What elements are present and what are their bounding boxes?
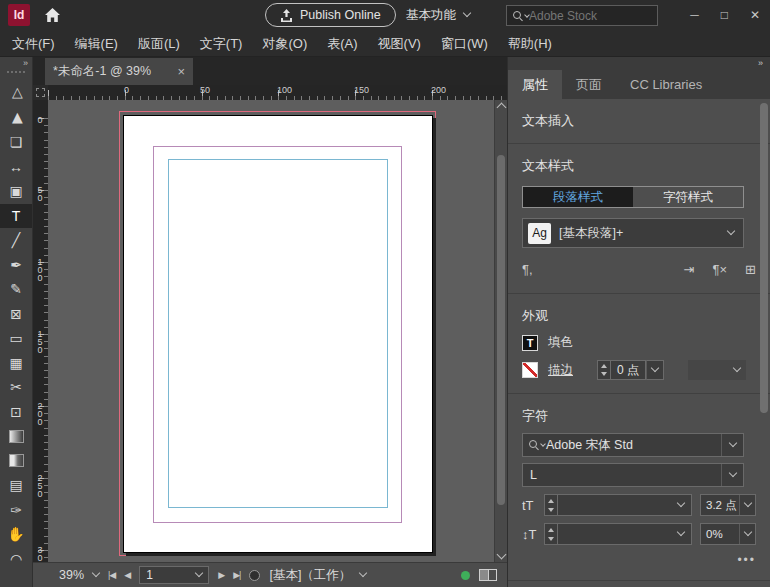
scale-dropdown[interactable] bbox=[558, 523, 692, 545]
font-family-dropdown[interactable]: Adobe 宋体 Std bbox=[522, 433, 744, 457]
pencil-tool[interactable]: ✎ bbox=[0, 277, 32, 302]
vertical-scale-icon: ↕T bbox=[522, 527, 544, 542]
publish-online-button[interactable]: Publish Online bbox=[265, 3, 396, 27]
adobe-stock-search[interactable] bbox=[506, 5, 658, 26]
scroll-down-icon[interactable] bbox=[497, 550, 507, 560]
stroke-type-dropdown[interactable] bbox=[688, 360, 746, 380]
type-tool[interactable]: T bbox=[0, 204, 32, 229]
line-tool[interactable]: ╱ bbox=[0, 228, 32, 253]
rectangle-tool[interactable]: ▭ bbox=[0, 326, 32, 351]
menu-layout[interactable]: 版面(L) bbox=[128, 30, 190, 57]
workspace-switcher[interactable]: 基本功能 bbox=[406, 4, 470, 26]
first-page-button[interactable]: |◀ bbox=[108, 570, 115, 580]
stroke-weight-value[interactable]: 0 点 bbox=[611, 360, 646, 380]
free-transform-tool[interactable]: ⊡ bbox=[0, 400, 32, 425]
note-tool[interactable]: ▤ bbox=[0, 473, 32, 498]
page-number-field[interactable]: 1 bbox=[139, 566, 209, 584]
pen-tool[interactable]: ✒ bbox=[0, 253, 32, 278]
gradient-feather-tool[interactable] bbox=[0, 449, 32, 474]
preflight-profile[interactable]: [基本]（工作） bbox=[269, 567, 351, 584]
indesign-logo-icon: Id bbox=[8, 4, 30, 26]
eyedropper-tool[interactable]: ✑ bbox=[0, 498, 32, 523]
tab-character-styles[interactable]: 字符样式 bbox=[633, 187, 743, 207]
horizontal-ruler[interactable]: 0 50 100 150 200 bbox=[48, 85, 507, 100]
tools-grip[interactable] bbox=[7, 71, 25, 77]
font-size-stepper[interactable] bbox=[544, 494, 558, 516]
tab-cc-libraries[interactable]: CC Libraries bbox=[616, 70, 716, 99]
new-style-icon[interactable]: ⊞ bbox=[745, 262, 756, 277]
fill-row: T 填色 bbox=[522, 334, 756, 351]
menu-file[interactable]: 文件(F) bbox=[2, 30, 65, 57]
menu-window[interactable]: 窗口(W) bbox=[431, 30, 498, 57]
menu-table[interactable]: 表(A) bbox=[317, 30, 367, 57]
font-style-value: L bbox=[530, 468, 721, 482]
search-icon bbox=[513, 10, 525, 22]
canvas-vertical-scrollbar[interactable] bbox=[494, 100, 507, 562]
rectangle-frame-tool[interactable]: ⊠ bbox=[0, 302, 32, 327]
page-tool[interactable]: ❏ bbox=[0, 130, 32, 155]
minimize-button[interactable]: ─ bbox=[690, 8, 699, 22]
font-style-dropdown[interactable]: L bbox=[522, 463, 744, 487]
last-page-button[interactable]: ▶| bbox=[233, 570, 240, 580]
text-style-title: 文本样式 bbox=[522, 157, 756, 175]
content-collector-tool[interactable]: ▣ bbox=[0, 179, 32, 204]
goto-style-icon[interactable]: ⇥ bbox=[684, 262, 695, 277]
gradient-swatch-tool[interactable] bbox=[0, 424, 32, 449]
zoom-chevron-icon[interactable] bbox=[92, 569, 100, 577]
search-input[interactable] bbox=[529, 9, 629, 23]
fill-label[interactable]: 填色 bbox=[548, 334, 573, 351]
scissors-tool[interactable]: ✂ bbox=[0, 375, 32, 400]
tools-expand-icon[interactable]: » bbox=[0, 57, 32, 71]
paragraph-style-dropdown[interactable]: Ag [基本段落]+ bbox=[522, 218, 744, 248]
document-tab[interactable]: *未命名-1 @ 39% × bbox=[45, 58, 193, 85]
scrollbar-thumb[interactable] bbox=[497, 155, 505, 505]
home-icon[interactable] bbox=[44, 7, 61, 23]
vertical-ruler[interactable]: 0 50 100 150 200 250 300 bbox=[33, 100, 48, 562]
hand-tool[interactable]: ✋ bbox=[0, 522, 32, 547]
gap-tool[interactable]: ↔ bbox=[0, 155, 32, 180]
stroke-weight-dropdown[interactable] bbox=[646, 360, 664, 380]
panel-scrollbar-thumb[interactable] bbox=[760, 103, 768, 413]
fill-swatch-icon[interactable]: T bbox=[522, 335, 538, 351]
menu-object[interactable]: 对象(O) bbox=[252, 30, 317, 57]
character-title: 字符 bbox=[522, 407, 756, 425]
zoom-level[interactable]: 39% bbox=[59, 568, 84, 582]
tracking-dropdown[interactable]: 0% bbox=[700, 523, 756, 545]
direct-selection-tool[interactable]: ▶ bbox=[0, 106, 32, 131]
menu-view[interactable]: 视图(V) bbox=[368, 30, 431, 57]
tab-properties[interactable]: 属性 bbox=[508, 70, 562, 99]
stroke-weight-stepper[interactable] bbox=[597, 360, 611, 380]
stroke-row: 描边 0 点 bbox=[522, 360, 756, 380]
tab-pages[interactable]: 页面 bbox=[562, 70, 616, 99]
close-button[interactable]: ✕ bbox=[750, 8, 760, 22]
horizontal-grid-tool[interactable]: ▦ bbox=[0, 351, 32, 376]
panel-collapse-icon[interactable]: » bbox=[508, 57, 770, 70]
paragraph-mark-icon[interactable]: ¶, bbox=[522, 262, 533, 277]
ruler-origin-box[interactable] bbox=[33, 85, 48, 100]
page-1[interactable] bbox=[123, 115, 433, 553]
selection-tool[interactable]: ▷ bbox=[0, 81, 32, 106]
font-size-dropdown[interactable] bbox=[558, 494, 692, 516]
scroll-up-icon[interactable] bbox=[497, 103, 507, 113]
maximize-button[interactable]: □ bbox=[721, 8, 728, 22]
leading-dropdown[interactable]: 3.2 点 bbox=[700, 494, 756, 516]
menu-help[interactable]: 帮助(H) bbox=[498, 30, 562, 57]
more-options-icon[interactable]: ••• bbox=[522, 553, 756, 567]
scale-stepper[interactable] bbox=[544, 523, 558, 545]
preflight-icon[interactable] bbox=[249, 570, 260, 581]
zoom-tool[interactable]: ◠ bbox=[0, 547, 32, 572]
gradient-swatch-icon bbox=[9, 430, 24, 443]
document-tab-close-icon[interactable]: × bbox=[177, 64, 185, 79]
tab-paragraph-styles[interactable]: 段落样式 bbox=[523, 187, 633, 207]
menu-edit[interactable]: 编辑(E) bbox=[65, 30, 128, 57]
pasteboard-canvas[interactable]: 0 50 100 150 200 250 300 bbox=[33, 100, 507, 562]
stroke-swatch-icon[interactable] bbox=[522, 362, 538, 378]
redefine-style-icon[interactable]: ¶× bbox=[713, 262, 728, 277]
stroke-label[interactable]: 描边 bbox=[548, 362, 573, 379]
spread-view-icon[interactable] bbox=[479, 569, 497, 581]
menu-type[interactable]: 文字(T) bbox=[190, 30, 253, 57]
style-chevron-icon bbox=[727, 227, 735, 235]
previous-page-button[interactable]: ◀ bbox=[124, 570, 130, 580]
next-page-button[interactable]: ▶ bbox=[218, 570, 224, 580]
preflight-chevron-icon[interactable] bbox=[359, 569, 367, 577]
